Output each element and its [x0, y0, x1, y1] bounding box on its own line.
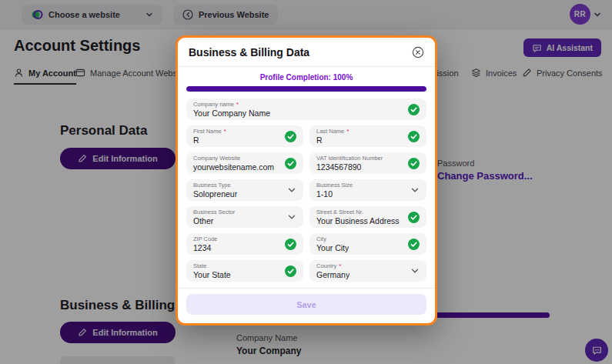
field-texts: Company Websiteyourwebsitename.com	[193, 155, 274, 172]
check-circle-icon	[285, 131, 296, 142]
check-circle-icon	[408, 239, 420, 250]
field-vat-identification-number[interactable]: VAT Identification Number1234567890	[309, 152, 426, 174]
field-label: VAT Identification Number	[316, 155, 383, 162]
field-last-name[interactable]: Last Name *R	[309, 125, 426, 147]
check-circle-icon	[285, 158, 296, 169]
business-billing-modal: Business & Billing Data Profile Completi…	[176, 35, 437, 326]
field-label: Country *	[316, 262, 349, 269]
field-label: Company name *	[193, 101, 270, 108]
chevron-down-icon	[410, 185, 420, 195]
field-label: First Name *	[193, 128, 226, 135]
field-value: Solopreneur	[193, 189, 237, 199]
profile-completion-label: Profile Completion: 100%	[178, 73, 435, 82]
field-label: Business Type	[193, 182, 237, 189]
screen: Choose a website Previous Website RR Acc…	[0, 0, 612, 364]
required-asterisk: *	[337, 262, 341, 269]
field-texts: Business Size1-10	[316, 182, 353, 199]
modal-header: Business & Billing Data	[178, 38, 435, 67]
field-business-type[interactable]: Business TypeSolopreneur	[186, 179, 303, 201]
form-fields: Company name *Your Company NameFirst Nam…	[186, 99, 426, 282]
field-value: Your City	[316, 243, 349, 252]
field-state[interactable]: StateYour State	[186, 260, 303, 282]
required-asterisk: *	[345, 128, 349, 135]
field-texts: First Name *R	[193, 128, 226, 145]
profile-completion-bar	[186, 86, 426, 92]
field-label: Last Name *	[316, 128, 349, 135]
chevron-down-icon	[287, 185, 296, 195]
field-label: ZIP Code	[193, 235, 218, 242]
modal-title: Business & Billing Data	[189, 46, 309, 58]
field-texts: StateYour State	[193, 262, 231, 279]
modal-footer: Save	[178, 288, 435, 321]
field-value: Your Company Name	[193, 109, 270, 118]
field-first-name[interactable]: First Name *R	[186, 125, 303, 147]
field-business-sector[interactable]: Business SectorOther	[186, 206, 303, 228]
close-icon	[412, 46, 424, 58]
field-city[interactable]: CityYour City	[309, 233, 426, 255]
required-asterisk: *	[235, 101, 239, 108]
field-value: Other	[193, 216, 235, 225]
field-texts: Business SectorOther	[193, 209, 235, 225]
field-texts: CityYour City	[316, 235, 349, 252]
field-country[interactable]: Country *Germany	[309, 260, 426, 282]
field-value: R	[316, 135, 349, 145]
field-value: R	[193, 135, 226, 145]
check-circle-icon	[285, 239, 296, 250]
field-label: State	[193, 262, 231, 269]
close-button[interactable]	[412, 46, 424, 58]
field-texts: Company name *Your Company Name	[193, 101, 270, 118]
field-street-street-nr[interactable]: Street & Street Nr.Your Business Address	[309, 206, 426, 228]
check-circle-icon	[408, 131, 420, 142]
field-value: Germany	[316, 270, 349, 279]
field-label: Business Size	[316, 182, 353, 189]
field-texts: Business TypeSolopreneur	[193, 182, 237, 199]
field-texts: ZIP Code1234	[193, 235, 218, 252]
field-value: Your State	[193, 270, 231, 279]
field-value: 1-10	[316, 189, 353, 199]
required-asterisk: *	[222, 128, 226, 135]
check-circle-icon	[408, 158, 420, 169]
field-value: 1234	[193, 243, 218, 252]
save-button[interactable]: Save	[186, 294, 426, 315]
field-value: 1234567890	[316, 162, 383, 172]
field-value: Your Business Address	[316, 216, 400, 225]
check-circle-icon	[408, 104, 420, 115]
field-label: City	[316, 235, 349, 242]
chevron-down-icon	[287, 212, 296, 222]
field-business-size[interactable]: Business Size1-10	[309, 179, 426, 201]
field-label: Street & Street Nr.	[316, 209, 400, 215]
profile-completion-fill	[186, 86, 426, 92]
check-circle-icon	[408, 212, 420, 223]
field-company-website[interactable]: Company Websiteyourwebsitename.com	[186, 152, 303, 174]
field-texts: Street & Street Nr.Your Business Address	[316, 209, 400, 225]
field-texts: VAT Identification Number1234567890	[316, 155, 383, 172]
field-value: yourwebsitename.com	[193, 162, 274, 172]
field-texts: Country *Germany	[316, 262, 349, 279]
field-texts: Last Name *R	[316, 128, 349, 145]
field-zip-code[interactable]: ZIP Code1234	[186, 233, 303, 255]
field-label: Company Website	[193, 155, 274, 162]
field-company-name[interactable]: Company name *Your Company Name	[186, 99, 426, 120]
field-label: Business Sector	[193, 209, 235, 215]
check-circle-icon	[285, 265, 296, 277]
chevron-down-icon	[410, 266, 420, 276]
